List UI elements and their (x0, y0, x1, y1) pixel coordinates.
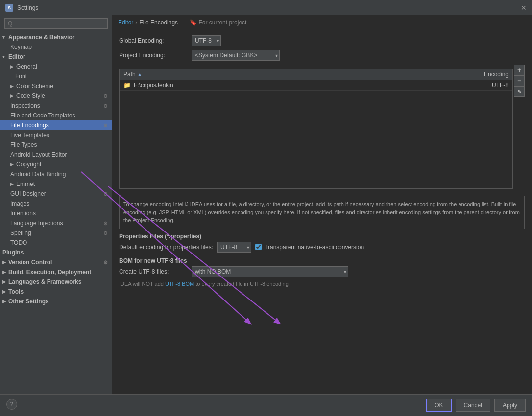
properties-section-title: Properties Files (*.properties) (119, 233, 525, 240)
breadcrumb-separator: › (135, 19, 137, 26)
table-empty-area (120, 91, 512, 188)
sidebar-item-font[interactable]: Font (0, 71, 112, 81)
sidebar-item-version-control[interactable]: ▶ Version Control ⚙ (0, 257, 112, 267)
settings-icon: ⚙ (103, 260, 108, 265)
transparent-checkbox[interactable] (255, 244, 262, 250)
search-box (0, 15, 112, 32)
sidebar-item-inspections[interactable]: Inspections ⚙ (0, 101, 112, 111)
sidebar-item-plugins[interactable]: Plugins (0, 248, 112, 257)
apply-button[interactable]: Apply (494, 399, 526, 412)
project-encoding-select[interactable]: <System Default: GBK> (192, 50, 280, 61)
global-encoding-select[interactable]: UTF-8 (192, 35, 221, 46)
sidebar-item-spelling[interactable]: Spelling ⚙ (0, 228, 112, 238)
sort-arrow-icon: ▲ (138, 72, 142, 77)
sidebar-item-android-data-binding[interactable]: Android Data Binding (0, 169, 112, 179)
default-encoding-row: Default encoding for properties files: U… (119, 242, 525, 253)
expand-arrow: ▾ (2, 35, 8, 40)
sidebar-item-file-encodings[interactable]: File Encodings ⚙ (0, 120, 112, 130)
file-table-container: Path ▲ Encoding 📁 F:\cnposJen (119, 65, 513, 193)
sidebar-item-keymap[interactable]: Keymap (0, 42, 112, 52)
breadcrumb: Editor › File Encodings 🔖 For current pr… (112, 15, 532, 30)
expand-arrow: ▶ (2, 270, 8, 275)
content-scroll: Global Encoding: UTF-8 Project Encoding:… (112, 30, 532, 394)
path-column-header[interactable]: Path ▲ (120, 69, 463, 80)
transparent-label: Transparent native-to-ascii conversion (265, 244, 364, 251)
expand-arrow: ▶ (2, 279, 8, 284)
sidebar-item-file-types[interactable]: File Types (0, 140, 112, 150)
folder-icon: 📁 (123, 82, 131, 89)
help-button[interactable]: ? (6, 399, 17, 410)
idea-note: IDEA will NOT add UTF-8 BOM to every cre… (119, 281, 525, 287)
info-text: To change encoding IntelliJ IDEA uses fo… (119, 196, 525, 229)
sidebar-item-gui-designer[interactable]: GUI Designer ⚙ (0, 189, 112, 199)
file-encoding-cell: UTF-8 (463, 80, 512, 90)
sidebar-item-android-layout-editor[interactable]: Android Layout Editor (0, 150, 112, 160)
title-bar: S Settings ✕ (0, 0, 532, 15)
default-encoding-label: Default encoding for properties files: (119, 244, 213, 251)
encoding-column-header[interactable]: Encoding (463, 69, 512, 80)
breadcrumb-current: File Encodings (139, 19, 178, 26)
sidebar-item-todo[interactable]: TODO (0, 238, 112, 248)
remove-row-button[interactable]: − (514, 75, 525, 86)
sidebar-item-code-style[interactable]: ▶ Code Style ⚙ (0, 91, 112, 101)
settings-icon: ⚙ (103, 231, 108, 236)
file-table-header: Path ▲ Encoding (120, 69, 512, 80)
expand-arrow: ▶ (10, 162, 16, 167)
sidebar-item-language-injections[interactable]: Language Injections ⚙ (0, 218, 112, 228)
expand-arrow: ▶ (10, 93, 16, 98)
expand-arrow: ▶ (2, 260, 8, 265)
window-title: Settings (17, 4, 38, 11)
settings-icon: ⚙ (103, 93, 108, 99)
create-utf8-label: Create UTF-8 files: (119, 268, 188, 275)
bom-section: BOM for new UTF-8 files Create UTF-8 fil… (119, 257, 525, 287)
global-encoding-label: Global Encoding: (119, 37, 188, 44)
ok-button[interactable]: OK (426, 399, 451, 412)
sidebar-item-appearance[interactable]: ▾ Appearance & Behavior (0, 32, 112, 42)
sidebar-item-images[interactable]: Images (0, 199, 112, 208)
project-encoding-label: Project Encoding: (119, 52, 188, 59)
table-row[interactable]: 📁 F:\cnposJenkin UTF-8 (120, 80, 512, 91)
add-row-button[interactable]: + (514, 65, 525, 75)
sidebar-item-other-settings[interactable]: ▶ Other Settings (0, 297, 112, 306)
expand-arrow: ▶ (10, 64, 16, 69)
close-button[interactable]: ✕ (521, 4, 527, 12)
sidebar-item-live-templates[interactable]: Live Templates (0, 130, 112, 140)
sidebar-item-tools[interactable]: ▶ Tools (0, 287, 112, 297)
edit-row-button[interactable]: ✎ (514, 86, 525, 97)
project-encoding-row: Project Encoding: <System Default: GBK> (119, 50, 525, 61)
default-encoding-select[interactable]: UTF-8 (217, 242, 251, 253)
for-project-label: 🔖 For current project (190, 19, 246, 26)
search-input[interactable] (4, 18, 108, 29)
expand-arrow: ▶ (10, 182, 16, 186)
cancel-button[interactable]: Cancel (456, 399, 490, 412)
sidebar-item-general[interactable]: ▶ General (0, 62, 112, 71)
sidebar-item-intentions[interactable]: Intentions (0, 208, 112, 218)
global-encoding-select-wrapper: UTF-8 (192, 35, 221, 46)
app-icon: S (5, 4, 13, 12)
global-encoding-row: Global Encoding: UTF-8 (119, 35, 525, 46)
sidebar-item-editor[interactable]: ▾ Editor (0, 52, 112, 62)
sidebar-item-color-scheme[interactable]: ▶ Color Scheme (0, 81, 112, 91)
sidebar: ▾ Appearance & Behavior Keymap ▾ Editor … (0, 15, 112, 394)
breadcrumb-link[interactable]: Editor (118, 19, 133, 26)
file-table: Path ▲ Encoding 📁 F:\cnposJen (119, 69, 513, 189)
settings-icon: ⚙ (103, 221, 108, 226)
sidebar-item-build-execution[interactable]: ▶ Build, Execution, Deployment (0, 267, 112, 277)
create-utf8-select[interactable]: with NO BOM (192, 266, 348, 277)
sidebar-item-emmet[interactable]: ▶ Emmet (0, 179, 112, 189)
content-area: Editor › File Encodings 🔖 For current pr… (112, 15, 532, 394)
table-side-buttons: + − ✎ (514, 65, 525, 193)
sidebar-item-copyright[interactable]: ▶ Copyright (0, 160, 112, 169)
settings-window: S Settings ✕ ▾ Appearance & Behavior Key… (0, 0, 532, 416)
expand-arrow: ▾ (2, 54, 8, 59)
file-table-wrapper: Path ▲ Encoding 📁 F:\cnposJen (119, 65, 525, 193)
settings-icon: ⚙ (103, 123, 108, 128)
sidebar-item-file-code-templates[interactable]: File and Code Templates (0, 111, 112, 120)
expand-arrow: ▶ (2, 289, 8, 294)
bookmark-icon: 🔖 (190, 19, 197, 26)
transparent-checkbox-row: Transparent native-to-ascii conversion (255, 244, 364, 251)
settings-icon: ⚙ (103, 191, 108, 197)
sidebar-item-languages-frameworks[interactable]: ▶ Languages & Frameworks (0, 277, 112, 287)
dialog-body: ▾ Appearance & Behavior Keymap ▾ Editor … (0, 15, 532, 394)
expand-arrow: ▶ (10, 84, 16, 89)
